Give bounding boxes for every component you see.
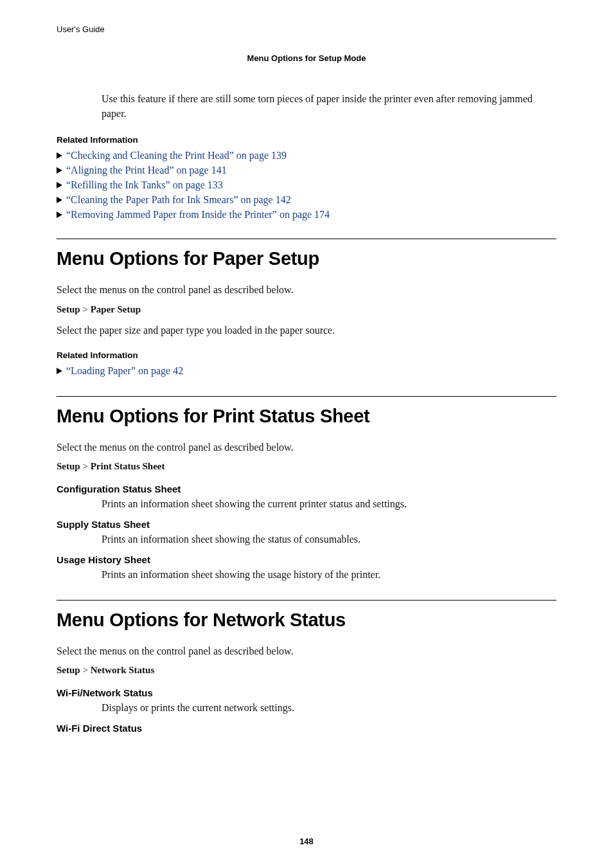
arrow-right-icon — [57, 197, 62, 203]
arrow-right-icon — [57, 368, 62, 374]
list-item: “Aligning the Print Head” on page 141 — [57, 165, 556, 176]
related-link[interactable]: “Removing Jammed Paper from Inside the P… — [66, 209, 330, 221]
intro-feature-text: Use this feature if there are still some… — [102, 91, 556, 121]
list-item: “Removing Jammed Paper from Inside the P… — [57, 209, 556, 221]
crumb-item: Paper Setup — [91, 304, 141, 314]
item-label: Usage History Sheet — [57, 554, 556, 565]
item-desc: Displays or prints the current network s… — [102, 702, 556, 714]
breadcrumb: Setup > Paper Setup — [57, 304, 556, 315]
section-body: Select the paper size and paper type you… — [57, 323, 556, 338]
section-desc: Select the menus on the control panel as… — [57, 282, 556, 297]
arrow-right-icon — [57, 152, 62, 159]
section-divider — [57, 239, 556, 239]
breadcrumb: Setup > Print Status Sheet — [57, 461, 556, 472]
related-information-heading: Related Information — [57, 350, 556, 360]
related-links-list: “Loading Paper” on page 42 — [57, 365, 556, 377]
item-label: Wi-Fi/Network Status — [57, 687, 556, 698]
crumb-setup: Setup — [57, 665, 80, 675]
item-desc: Prints an information sheet showing the … — [102, 498, 556, 510]
item-label: Supply Status Sheet — [57, 519, 556, 530]
section-divider — [57, 396, 556, 397]
related-link[interactable]: “Aligning the Print Head” on page 141 — [66, 165, 227, 176]
section-desc: Select the menus on the control panel as… — [57, 440, 556, 455]
related-link[interactable]: “Loading Paper” on page 42 — [66, 365, 183, 377]
section-divider — [57, 600, 556, 601]
page-number: 148 — [0, 836, 613, 846]
related-link[interactable]: “Checking and Cleaning the Print Head” o… — [66, 150, 287, 161]
arrow-right-icon — [57, 182, 62, 188]
breadcrumb: Setup > Network Status — [57, 665, 556, 676]
item-desc: Prints an information sheet showing the … — [102, 534, 556, 545]
crumb-setup: Setup — [57, 461, 80, 471]
list-item: “Refilling the Ink Tanks” on page 133 — [57, 179, 556, 191]
section-desc: Select the menus on the control panel as… — [57, 644, 556, 658]
list-item: “Loading Paper” on page 42 — [57, 365, 556, 377]
item-label: Configuration Status Sheet — [57, 484, 556, 494]
users-guide-label: User's Guide — [57, 24, 556, 34]
section-heading-print-status: Menu Options for Print Status Sheet — [57, 406, 556, 427]
item-label: Wi-Fi Direct Status — [57, 723, 556, 734]
section-heading-network-status: Menu Options for Network Status — [57, 610, 556, 631]
list-item: “Checking and Cleaning the Print Head” o… — [57, 150, 556, 161]
crumb-item: Print Status Sheet — [91, 461, 165, 471]
crumb-sep: > — [80, 665, 91, 675]
arrow-right-icon — [57, 167, 62, 174]
page-subtitle: Menu Options for Setup Mode — [57, 53, 556, 63]
crumb-setup: Setup — [57, 304, 80, 314]
related-link[interactable]: “Cleaning the Paper Path for Ink Smears”… — [66, 194, 291, 206]
section-heading-paper-setup: Menu Options for Paper Setup — [57, 248, 556, 269]
related-link[interactable]: “Refilling the Ink Tanks” on page 133 — [66, 179, 223, 191]
crumb-sep: > — [80, 304, 91, 314]
arrow-right-icon — [57, 212, 62, 218]
item-desc: Prints an information sheet showing the … — [102, 569, 556, 581]
crumb-sep: > — [80, 461, 91, 471]
crumb-item: Network Status — [91, 665, 155, 675]
related-information-heading: Related Information — [57, 135, 556, 145]
related-links-list: “Checking and Cleaning the Print Head” o… — [57, 150, 556, 221]
list-item: “Cleaning the Paper Path for Ink Smears”… — [57, 194, 556, 206]
